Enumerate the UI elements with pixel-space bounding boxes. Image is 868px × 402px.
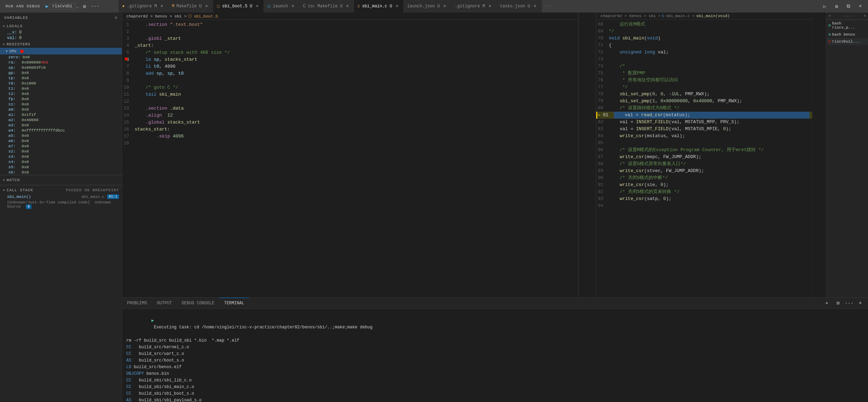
play-button[interactable]: ▷ [820,1,830,11]
sidebar-collapse-icon[interactable]: ⊟ [115,15,118,20]
line-content-3: .globl _start [135,35,575,42]
debug-chevron[interactable]: ⌄ [76,3,79,9]
terminal-close-icon[interactable]: × [855,298,865,308]
reg-ra: ra:0x8000004b8 [0,60,122,65]
code-line-6: 6 la sp, stacks_start [122,56,578,63]
debug-session-tab[interactable]: riscvsbi [49,3,76,9]
reg-a0: a0:0x0 [0,107,122,112]
rline-num-87: 87 [596,154,609,161]
tab-makefile-left[interactable]: M Makefile U × [169,0,213,13]
tab-gitignore[interactable]: ● .gitignore M × [119,0,169,13]
terminal-split-icon[interactable]: ⊟ [833,298,843,308]
tab-launch-right[interactable]: launch.json U × [404,0,451,13]
line-num-12: 12 [122,98,135,105]
sbi-boot-close[interactable]: × [254,3,260,9]
rline-content-76: * 所有地址空间都可以访问 [609,77,809,84]
registers-section[interactable]: ▾ Registers [0,41,122,48]
title-bar-icons: ▷ ⚙ ⧉ × [817,1,868,11]
rline-content-90: /* 关闭S模式的中断*/ [609,174,809,181]
tab-output[interactable]: OUTPUT [152,298,177,309]
terminal-list-more[interactable]: ··· [844,14,851,18]
tab-tasks[interactable]: tasks.json U × [496,0,541,13]
rline-content-84: write_csr(mstatus, val); [609,133,809,140]
line-num-4: 4 [122,42,135,49]
code-line-4: 4 _start: [122,42,578,49]
term-line-cc5: CC build_sbi/sbi_boot_s.o [126,390,864,397]
tab-makefile-right[interactable]: Makefile U × [314,0,354,13]
rcode-line-85: 85 [596,140,812,147]
terminal-list-plus[interactable]: + [829,14,831,18]
right-breadcrumb-fn: sbi_main(void) [696,14,730,18]
rline-num-79: 79 [596,98,609,105]
terminal-more-icon[interactable]: ··· [844,298,854,308]
code-line-16: 16 stacks_start: [122,126,578,133]
terminal-content[interactable]: ▶ Executing task: cd /home/xinglei/risc-… [122,309,868,402]
terminal-item-2[interactable]: ⊞ bash benos [826,31,868,38]
left-code-lines[interactable]: 1 .section ".text.boot" 2 3 .globl _star… [122,20,578,297]
call-stack-name-sbi-main: sbi_main() [7,194,31,199]
watch-title[interactable]: ▾ WATCH [0,177,122,184]
rline-content-77: */ [609,84,809,91]
term-line-as1: AS build_src/boot_s.o [126,357,864,364]
tab-gitignore-right[interactable]: .gitignore M × [451,0,496,13]
paused-label: Paused on breakpoint [66,188,119,192]
makefile-right-close[interactable]: × [345,3,350,9]
sbi-main-close[interactable]: × [394,3,400,9]
csr-label: C csr.h U [303,4,314,9]
tab-debug-console[interactable]: DEBUG CONSOLE [177,298,219,309]
debug-settings-icon[interactable]: ⚙ [80,1,89,11]
tab-terminal[interactable]: TERMINAL [219,298,249,309]
tasks-close[interactable]: × [532,3,538,9]
gitignore-close[interactable]: × [159,3,165,9]
terminal-item-1[interactable]: ⊞ bash riscv_p... [826,20,868,31]
reg-s2: s2:0x0 [0,149,122,154]
rline-content-79: sbi_set_pmp(1, 0x80000000, 0x40000, PMP_… [609,98,809,105]
sidebar-scroll[interactable]: ▾ Locals __v: 0 val: 0 ▾ Registers ▾ CPU [0,23,122,402]
reg-s3: s3:0x0 [0,154,122,159]
sidebar-header: VARIABLES ⊟ [0,13,122,23]
gitignore-right-close[interactable]: × [487,3,493,9]
terminal-item-3[interactable]: ⊞ riscvbuil... [826,38,868,45]
launch-left-close[interactable]: × [290,3,295,9]
gitignore-label: .gitignore M [127,4,157,9]
line-content-8: add sp, sp, t0 [135,70,575,77]
line-num-3: 3 [122,35,135,42]
settings-icon[interactable]: ⚙ [832,1,841,11]
code-line-8: 8 add sp, sp, t0 [122,70,578,77]
launch-right-close[interactable]: × [442,3,448,9]
tab-problems[interactable]: PROBLEMS [122,298,152,309]
tab-sbi-boot[interactable]: ⬡ sbi_boot.S U × [213,0,264,13]
play-icon[interactable]: ▶ [46,3,48,9]
rline-content-78: sbi_set_pmp(0, 0, -1UL, PMP_RWX); [609,91,809,98]
left-breadcrumb: chapter02 > benos > sbi > ⬡ sbi_boot.S [122,13,578,20]
line-content-14: .align 12 [135,112,575,119]
rcode-line-92: 92 /* 关闭S模式的页表转换 */ [596,188,812,195]
reg-s4: s4:0x0 [0,159,122,164]
tab-sbi-main[interactable]: C sbi_main.c U × [354,0,404,13]
bottom-panel: PROBLEMS OUTPUT DEBUG CONSOLE TERMINAL +… [122,297,868,402]
line-num-7: 7 [122,63,135,70]
reg-a2: a2:0x40000 [0,117,122,122]
call-stack-header[interactable]: ▾ CALL STACK Paused on breakpoint [0,187,122,194]
line-num-2: 2 [122,28,135,35]
close-panel-icon[interactable]: × [855,1,865,11]
call-stack-item-sbi-main[interactable]: sbi_main() sbi_main.c 81:1 [0,194,122,200]
split-editor-icon[interactable]: ⧉ [844,1,853,11]
left-editor-tabs: ● .gitignore M × M Makefile U × ⬡ sbi_bo… [119,0,314,13]
terminal-list-close[interactable]: × [863,14,866,18]
rline-num-94: 94 [596,202,609,209]
makefile-left-close[interactable]: × [204,3,209,9]
line-num-9: 9 [122,77,135,84]
debug-more-icon[interactable]: ··· [90,1,100,11]
rline-content-83: val = INSERT_FIELD(val, MSTATUS_MPIE, 0)… [609,126,809,133]
tab-csr[interactable]: C csr.h U × [299,0,314,13]
locals-section[interactable]: ▾ Locals [0,23,122,30]
rline-num-74: 74 [596,63,609,70]
right-code-lines[interactable]: 68 运行在M模式 69 */ 70 void sbi_main(void) 7… [596,20,812,297]
rline-content-92: /* 关闭S模式的页表转换 */ [609,188,809,195]
terminal-add-icon[interactable]: + [822,298,832,308]
more-tabs-right[interactable]: ··· [542,4,555,9]
code-line-9: 9 [122,77,578,84]
cpu-section[interactable]: ▾ CPU [0,48,122,54]
tab-launch-left[interactable]: ⬡ launch × [264,0,299,13]
